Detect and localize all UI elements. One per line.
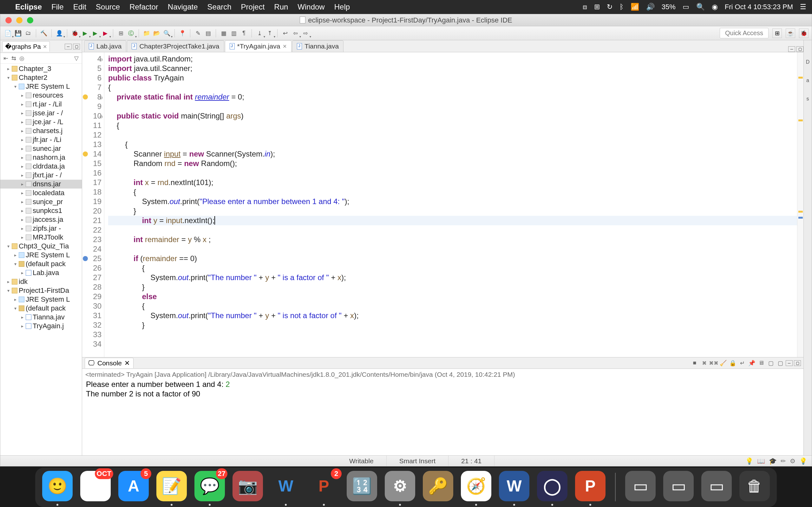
code-editor[interactable]: import java.util.Random;import java.util… (104, 52, 797, 357)
menu-edit[interactable]: Edit (73, 3, 86, 11)
tree-item[interactable]: ▸zipfs.jar - (0, 224, 82, 233)
tree-item[interactable]: ▸charsets.j (0, 126, 82, 135)
tree-item[interactable]: ▾Chpt3_Quiz_Tia (0, 242, 82, 250)
minimize-console-button[interactable]: ─ (786, 360, 793, 366)
dock-keychain[interactable]: 🔑 (423, 471, 453, 501)
forward-button[interactable]: ⇨ (301, 29, 310, 38)
maximize-view-button[interactable]: ▢ (73, 44, 80, 49)
dock-word[interactable]: W (499, 471, 529, 501)
menu-window[interactable]: Window (298, 3, 324, 11)
tree-item[interactable]: ▾(default pack (0, 304, 82, 313)
title-bar[interactable]: eclipse-workspace - Project1-FirstDay/Tr… (0, 14, 812, 26)
menu-search[interactable]: Search (207, 3, 232, 11)
editor-tab[interactable]: Chapter3ProjectTake1.java (127, 40, 224, 52)
tree-item[interactable]: ▾(default pack (0, 260, 82, 268)
tree-item[interactable]: ▸jfr.jar - /Li (0, 135, 82, 144)
pilcrow-button[interactable]: ¶ (240, 29, 248, 38)
run-button[interactable]: ▶ (81, 29, 90, 38)
tree-item[interactable]: ▸MRJToolk (0, 233, 82, 242)
dock-doc2[interactable]: ▭ (663, 471, 694, 501)
new-class-button[interactable]: Ⓒ (126, 29, 136, 38)
word-wrap-button[interactable]: ↵ (738, 359, 746, 367)
show-whitespace-button[interactable]: ▦ (219, 29, 228, 38)
dock-finder[interactable]: 🙂 (42, 471, 72, 501)
focus-icon[interactable]: ◎ (19, 55, 24, 62)
editor-tab[interactable]: Lab.java (84, 40, 126, 52)
last-edit-button[interactable]: ↩ (281, 29, 290, 38)
console-tab[interactable]: 🖵 Console ✕ (85, 358, 134, 368)
new-button[interactable]: 📄 (3, 29, 12, 38)
dock-appstore[interactable]: A5 (118, 471, 149, 501)
tree-item[interactable]: ▸cldrdata.ja (0, 162, 82, 171)
tree-item[interactable]: ▸jce.jar - /L (0, 118, 82, 126)
build-button[interactable]: 🔨 (39, 29, 48, 38)
tree-item[interactable]: ▸sunpkcs1 (0, 206, 82, 215)
tree-item[interactable]: ▸nashorn.ja (0, 153, 82, 162)
clear-console-button[interactable]: 🧹 (719, 359, 727, 367)
open-type-button[interactable]: 👤 (55, 29, 64, 38)
console-output[interactable]: Please enter a number between 1 and 4: 2… (82, 379, 803, 455)
dock-eclipse[interactable]: ◯ (537, 471, 567, 501)
new-console-button[interactable]: ▢ (776, 359, 784, 367)
tree-item[interactable]: ▸localedata (0, 188, 82, 198)
next-annotation-button[interactable]: ⤓ (255, 29, 264, 38)
tree-item[interactable]: ▸Tianna.jav (0, 313, 82, 322)
pin-console-button[interactable]: 📌 (748, 359, 756, 367)
volume-icon[interactable]: 🔊 (646, 3, 655, 11)
spotlight-icon[interactable]: 🔍 (696, 3, 705, 11)
battery-percent[interactable]: 35% (662, 3, 676, 11)
link-editor-icon[interactable]: ⇆ (11, 55, 16, 62)
open-folder-button[interactable]: 📁 (142, 29, 151, 38)
terminate-button[interactable]: ■ (691, 359, 699, 367)
tree-item[interactable]: ▸dnsns.jar (0, 180, 82, 188)
block-selection-button[interactable]: ▤ (204, 29, 212, 38)
toggle-breadcrumb-button[interactable]: 📍 (178, 29, 187, 38)
notification-center-icon[interactable]: ☰ (800, 3, 806, 11)
tree-item[interactable]: ▸jsse.jar - / (0, 109, 82, 118)
package-tree[interactable]: ▸Chapter_3▾Chapter2▾JRE System L▸resourc… (0, 64, 82, 455)
save-button[interactable]: 💾 (14, 29, 22, 38)
dock-doc1[interactable]: ▭ (625, 471, 656, 501)
dock-notes[interactable]: 📝 (156, 471, 187, 501)
open-perspective-button[interactable]: ⊞ (772, 29, 782, 38)
timemachine-icon[interactable]: ↻ (607, 3, 612, 11)
display-console-button[interactable]: 🖥 (757, 359, 765, 367)
scroll-lock-button[interactable]: 🔒 (728, 359, 737, 367)
bulb-icon[interactable]: 💡 (799, 457, 807, 465)
dock-powerpoint[interactable]: P (575, 471, 606, 501)
minimize-editor-button[interactable]: ─ (788, 46, 795, 52)
mac-app-name[interactable]: Eclipse (15, 3, 42, 11)
dock-word-w[interactable]: W (270, 471, 301, 501)
dock-settings[interactable]: ⚙︎ (385, 471, 415, 501)
tree-item[interactable]: ▸resources (0, 91, 82, 100)
java-perspective-button[interactable]: ☕ (786, 29, 795, 38)
tree-item[interactable]: ▸jaccess.ja (0, 215, 82, 224)
dock-messages[interactable]: 💬27 (194, 471, 225, 501)
tree-item[interactable]: ▾JRE System L (0, 82, 82, 91)
battery-icon[interactable]: ▭ (682, 3, 689, 11)
open-folder2-button[interactable]: 📂 (152, 29, 161, 38)
quick-access-input[interactable]: Quick Access (720, 28, 768, 38)
line-gutter[interactable]: 4⊖5678⊖910⊖11121314151617181920212223242… (82, 52, 104, 357)
menu-source[interactable]: Source (96, 3, 120, 11)
dock-calendar[interactable]: 4OCT (80, 471, 111, 501)
dock-calculator[interactable]: 🔢 (347, 471, 377, 501)
view-menu-icon[interactable]: ▽ (74, 55, 79, 62)
debug-perspective-button[interactable]: 🐞 (799, 29, 809, 38)
dock-photobooth[interactable]: 📷 (233, 471, 263, 501)
external-tools-button[interactable]: ▶ (101, 29, 110, 38)
tree-item[interactable]: ▸Chapter_3 (0, 64, 82, 73)
clock[interactable]: Fri Oct 4 10:53:23 PM (725, 3, 793, 11)
remove-launch-button[interactable]: ✖ (700, 359, 708, 367)
mark-occurrences-button[interactable]: ✎ (194, 29, 202, 38)
minimize-view-button[interactable]: ─ (65, 44, 72, 49)
grad-icon[interactable]: 🎓 (769, 457, 777, 465)
outline-icon[interactable]: D (806, 59, 810, 65)
updates-icon[interactable]: 📖 (757, 457, 765, 465)
package-explorer-tab[interactable]: �graphs Pa ✕ (2, 41, 50, 52)
menu-navigate[interactable]: Navigate (168, 3, 198, 11)
dock-trash[interactable]: 🗑 (740, 471, 770, 501)
maximize-editor-button[interactable]: ▢ (797, 46, 803, 52)
coverage-button[interactable]: ▶ (91, 29, 100, 38)
tree-item[interactable]: ▾Project1-FirstDa (0, 286, 82, 295)
